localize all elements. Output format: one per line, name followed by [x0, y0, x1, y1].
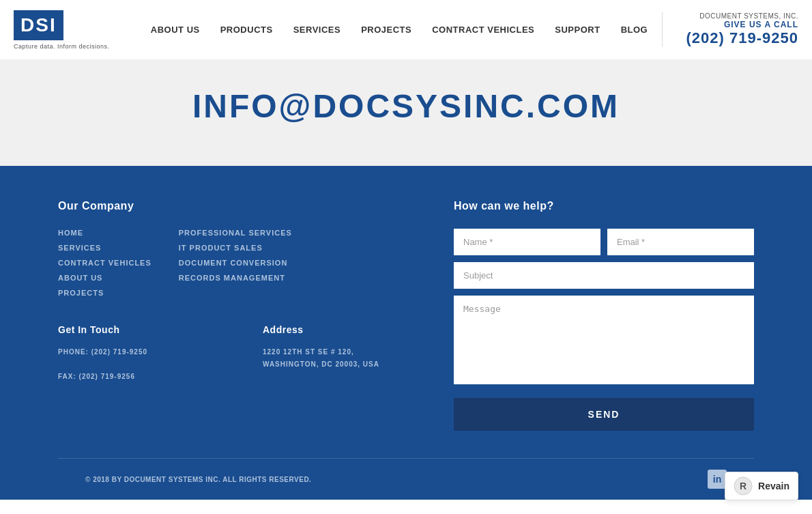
form-row-subject: [454, 262, 754, 289]
email-input[interactable]: [607, 229, 754, 255]
footer-link-about-us[interactable]: ABOUT US: [58, 274, 151, 282]
footer-link-professional-services[interactable]: PROFESSIONAL SERVICES: [179, 229, 292, 237]
address-block: Address 1220 12th St SE # 120, Washingto…: [263, 324, 426, 383]
footer-link-home[interactable]: HOME: [58, 229, 151, 237]
contact-phone: Phone: (202) 719-9250: [58, 346, 222, 358]
nav-item-blog[interactable]: Blog: [621, 25, 648, 35]
logo[interactable]: DSI Capture data. Inform decisions.: [14, 10, 136, 50]
form-title: How can we help?: [454, 200, 754, 212]
svg-text:R: R: [740, 481, 746, 491]
message-textarea[interactable]: [454, 296, 754, 384]
contact-fax: Fax: (202) 719-9256: [58, 371, 222, 383]
nav-item-services[interactable]: Services: [293, 25, 341, 35]
call-label: Give Us A Call: [673, 20, 798, 29]
call-company: Document Systems, Inc.: [673, 12, 798, 20]
footer-link-it-product-sales[interactable]: IT PRODUCT SALES: [179, 244, 292, 252]
copyright-text: © 2018 By Document Systems Inc. All righ…: [85, 476, 311, 483]
address-title: Address: [263, 324, 426, 335]
nav-item-projects[interactable]: Projects: [361, 25, 411, 35]
footer-bottom: © 2018 By Document Systems Inc. All righ…: [58, 458, 754, 500]
footer-link-contract-vehicles[interactable]: CONTRACT VEHICLES: [58, 259, 151, 267]
contact-block: Get In Touch Phone: (202) 719-9250 Fax: …: [58, 324, 222, 383]
subject-input[interactable]: [454, 262, 754, 289]
footer-left: Our Company HOME SERVICES CONTRACT VEHIC…: [58, 200, 426, 431]
nav-item-products[interactable]: Products: [220, 25, 273, 35]
call-number[interactable]: (202) 719-9250: [673, 29, 798, 47]
contact-title: Get In Touch: [58, 324, 222, 335]
revain-badge[interactable]: R Revain: [725, 472, 798, 500]
logo-tagline: Capture data. Inform decisions.: [14, 43, 110, 50]
address-line1: 1220 12th St SE # 120,: [263, 346, 426, 358]
footer: Our Company HOME SERVICES CONTRACT VEHIC…: [0, 166, 812, 500]
footer-col-1: HOME SERVICES CONTRACT VEHICLES ABOUT US…: [58, 229, 151, 297]
send-button[interactable]: SEND: [454, 398, 754, 431]
footer-company-title: Our Company: [58, 200, 426, 212]
footer-col-2: PROFESSIONAL SERVICES IT PRODUCT SALES D…: [179, 229, 292, 297]
main-nav: About Us Products Services Projects Cont…: [136, 25, 662, 35]
linkedin-icon[interactable]: in: [708, 470, 727, 489]
hero-email-address[interactable]: info@docsysinc.com: [14, 87, 798, 125]
nav-item-about-us[interactable]: About Us: [151, 25, 200, 35]
revain-logo-icon: R: [734, 476, 753, 496]
footer-link-records-management[interactable]: RECORDS MANAGEMENT: [179, 274, 292, 282]
contact-form: SEND: [454, 229, 754, 431]
footer-form-area: How can we help? SEND: [454, 200, 754, 431]
form-row-name-email: [454, 229, 754, 255]
footer-link-document-conversion[interactable]: DOCUMENT CONVERSION: [179, 259, 292, 267]
revain-label: Revain: [758, 481, 789, 491]
nav-item-contract-vehicles[interactable]: Contract Vehicles: [432, 25, 534, 35]
call-area: Document Systems, Inc. Give Us A Call (2…: [662, 12, 798, 47]
logo-letters: DSI: [20, 14, 57, 35]
hero-email-section: info@docsysinc.com: [0, 60, 812, 166]
footer-link-services[interactable]: SERVICES: [58, 244, 151, 252]
address-line2: Washington, DC 20003, USA: [263, 358, 426, 371]
header: DSI Capture data. Inform decisions. Abou…: [0, 0, 812, 60]
footer-contact-address: Get In Touch Phone: (202) 719-9250 Fax: …: [58, 324, 426, 383]
form-row-message: [454, 296, 754, 384]
footer-link-projects[interactable]: PROJECTS: [58, 289, 151, 297]
name-input[interactable]: [454, 229, 600, 255]
nav-item-support[interactable]: Support: [555, 25, 600, 35]
footer-links: HOME SERVICES CONTRACT VEHICLES ABOUT US…: [58, 229, 426, 297]
